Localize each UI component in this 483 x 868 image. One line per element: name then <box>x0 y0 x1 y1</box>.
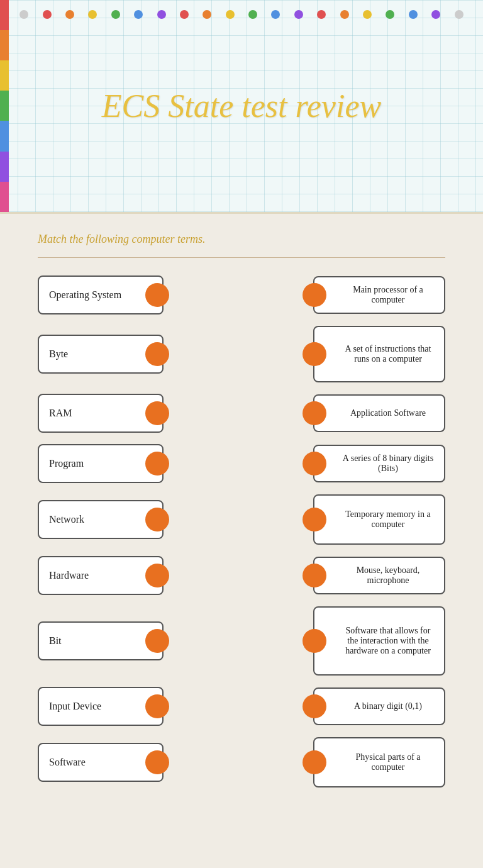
match-row: Operating System Main processor of a com… <box>38 275 445 314</box>
dot <box>340 10 349 19</box>
def-connector-circle[interactable] <box>303 401 326 425</box>
match-row: Input Device A binary digit (0,1) <box>38 687 445 726</box>
match-row: Hardware Mouse, keyboard, microphone <box>38 556 445 595</box>
rainbow-bar <box>0 0 9 212</box>
dot <box>455 10 464 19</box>
def-connector-circle[interactable] <box>303 508 326 531</box>
match-row: Program A series of 8 binary digits (Bit… <box>38 444 445 483</box>
dot <box>134 10 143 19</box>
dot <box>386 10 394 19</box>
term-connector-circle[interactable] <box>145 401 169 425</box>
def-label: Application Software <box>340 408 436 418</box>
term-box-hardware[interactable]: Hardware <box>38 556 164 595</box>
def-connector-circle[interactable] <box>303 452 326 476</box>
def-box-os-interaction[interactable]: Software that allows for the interaction… <box>313 606 445 676</box>
def-box-cpu[interactable]: Main processor of a computer <box>313 276 445 314</box>
def-label: Main processor of a computer <box>340 285 436 305</box>
match-row: Byte A set of instructions that runs on … <box>38 326 445 382</box>
dots-row-top <box>0 10 483 19</box>
term-connector-circle[interactable] <box>145 342 169 366</box>
matching-container: Operating System Main processor of a com… <box>38 275 445 793</box>
dot <box>203 10 211 19</box>
def-box-app-software[interactable]: Application Software <box>313 394 445 432</box>
match-row: Software Physical parts of a computer <box>38 737 445 787</box>
term-connector-circle[interactable] <box>145 750 169 774</box>
term-label: Software <box>49 757 86 768</box>
match-row: Network Temporary memory in a computer <box>38 494 445 545</box>
term-label: Operating System <box>49 289 121 301</box>
dot <box>157 10 166 19</box>
subtitle: Match the following computer terms. <box>38 233 445 246</box>
dot <box>65 10 74 19</box>
def-box-binary-digit[interactable]: A binary digit (0,1) <box>313 687 445 725</box>
dot <box>43 10 52 19</box>
divider <box>38 257 445 258</box>
dot <box>431 10 440 19</box>
def-box-binary-digits[interactable]: A series of 8 binary digits (Bits) <box>313 445 445 482</box>
header-section: ECS State test review <box>0 0 483 214</box>
def-box-temp-memory[interactable]: Temporary memory in a computer <box>313 494 445 545</box>
term-label: Input Device <box>49 701 101 712</box>
def-label: Physical parts of a computer <box>340 752 436 772</box>
def-label: Mouse, keyboard, microphone <box>340 565 436 586</box>
dot <box>271 10 280 19</box>
def-box-physical-parts[interactable]: Physical parts of a computer <box>313 737 445 787</box>
def-label: A set of instructions that runs on a com… <box>340 344 436 364</box>
def-label: A binary digit (0,1) <box>340 701 436 711</box>
def-connector-circle[interactable] <box>303 283 326 307</box>
term-box-bit[interactable]: Bit <box>38 621 164 660</box>
dot <box>226 10 235 19</box>
term-box-software[interactable]: Software <box>38 743 164 782</box>
def-label: Software that allows for the interaction… <box>340 626 436 656</box>
def-connector-circle[interactable] <box>303 750 326 774</box>
dot <box>248 10 257 19</box>
term-box-input-device[interactable]: Input Device <box>38 687 164 726</box>
term-connector-circle[interactable] <box>145 564 169 587</box>
match-row: Bit Software that allows for the interac… <box>38 606 445 676</box>
def-label: A series of 8 binary digits (Bits) <box>340 453 436 474</box>
term-box-byte[interactable]: Byte <box>38 335 164 374</box>
term-connector-circle[interactable] <box>145 508 169 531</box>
term-label: Network <box>49 514 84 525</box>
dot <box>317 10 326 19</box>
page-title: ECS State test review <box>64 87 419 125</box>
term-box-program[interactable]: Program <box>38 444 164 483</box>
content-section: Match the following computer terms. Oper… <box>0 214 483 868</box>
dot <box>19 10 28 19</box>
match-row: RAM Application Software <box>38 394 445 433</box>
dot <box>294 10 303 19</box>
def-connector-circle[interactable] <box>303 629 326 653</box>
term-label: Program <box>49 458 84 469</box>
term-label: RAM <box>49 408 72 419</box>
term-connector-circle[interactable] <box>145 452 169 476</box>
def-connector-circle[interactable] <box>303 564 326 587</box>
dot <box>409 10 418 19</box>
term-connector-circle[interactable] <box>145 694 169 718</box>
def-label: Temporary memory in a computer <box>340 509 436 530</box>
def-box-mouse-keyboard[interactable]: Mouse, keyboard, microphone <box>313 557 445 594</box>
term-label: Byte <box>49 348 68 360</box>
term-box-operating-system[interactable]: Operating System <box>38 275 164 314</box>
term-connector-circle[interactable] <box>145 283 169 307</box>
dot <box>111 10 120 19</box>
dot <box>180 10 189 19</box>
def-box-instructions[interactable]: A set of instructions that runs on a com… <box>313 326 445 382</box>
term-box-ram[interactable]: RAM <box>38 394 164 433</box>
term-label: Bit <box>49 635 62 647</box>
term-connector-circle[interactable] <box>145 629 169 653</box>
dot <box>88 10 97 19</box>
term-label: Hardware <box>49 570 89 581</box>
dot <box>363 10 372 19</box>
def-connector-circle[interactable] <box>303 342 326 366</box>
def-connector-circle[interactable] <box>303 694 326 718</box>
term-box-network[interactable]: Network <box>38 500 164 539</box>
